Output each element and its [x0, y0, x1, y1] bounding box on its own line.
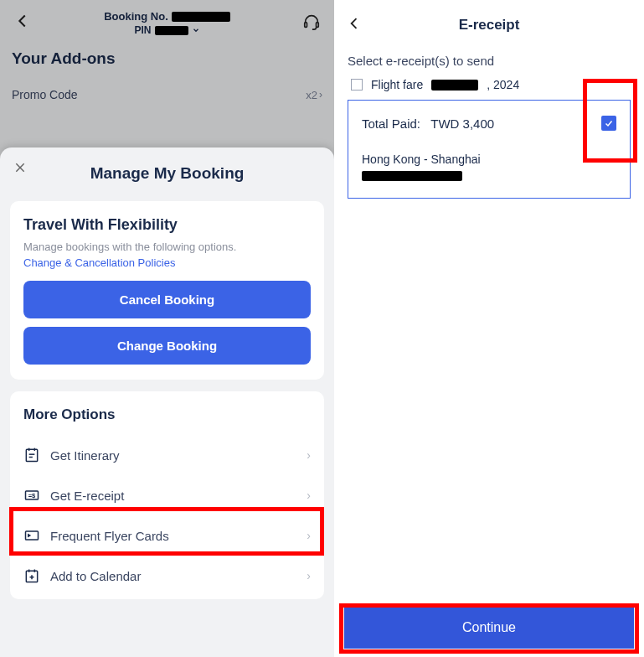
- total-paid-row: Total Paid: TWD 3,400: [362, 116, 616, 131]
- get-e-receipt-row[interactable]: =$ Get E-receipt ›: [23, 475, 311, 515]
- add-calendar-row[interactable]: Add to Calendar ›: [23, 556, 311, 596]
- addons-section: Your Add-ons Promo Code x2 ›: [0, 43, 334, 115]
- policies-link[interactable]: Change & Cancellation Policies: [23, 256, 311, 269]
- total-paid-value: TWD 3,400: [430, 116, 494, 131]
- svg-rect-4: [26, 449, 37, 461]
- svg-text:=$: =$: [28, 492, 36, 499]
- get-itinerary-row[interactable]: Get Itinerary ›: [23, 435, 311, 475]
- frequent-flyer-row[interactable]: Frequent Flyer Cards ›: [23, 515, 311, 556]
- flex-subtitle: Manage bookings with the following optio…: [23, 241, 311, 253]
- back-icon[interactable]: [13, 12, 32, 35]
- left-screenshot: Booking No. PIN Your Add-ons Promo Code …: [0, 0, 334, 657]
- receipt-icon: =$: [23, 487, 40, 504]
- chevron-right-icon: ›: [319, 89, 322, 101]
- select-subtitle: Select e-receipt(s) to send: [334, 47, 644, 78]
- headset-icon[interactable]: [302, 13, 321, 34]
- background-header: Booking No. PIN: [0, 0, 334, 43]
- promo-row[interactable]: Promo Code x2 ›: [12, 68, 322, 115]
- manage-booking-sheet: Manage My Booking Travel With Flexibilit…: [0, 147, 334, 657]
- e-receipt-label: Get E-receipt: [50, 489, 124, 503]
- page-title: E-receipt: [346, 17, 632, 34]
- chevron-right-icon: ›: [307, 529, 311, 542]
- close-icon[interactable]: [13, 161, 27, 178]
- receipt-card: Total Paid: TWD 3,400 Hong Kong - Shangh…: [348, 100, 631, 199]
- booking-no-label: Booking No.: [104, 10, 168, 23]
- calendar-label: Add to Calendar: [50, 569, 141, 583]
- change-booking-button[interactable]: Change Booking: [23, 327, 311, 365]
- continue-wrapper: Continue: [334, 607, 644, 657]
- svg-rect-0: [305, 22, 307, 26]
- addons-title: Your Add-ons: [12, 49, 322, 68]
- continue-button[interactable]: Continue: [344, 607, 634, 649]
- total-paid-label: Total Paid:: [362, 116, 420, 131]
- flight-date-redacted: [431, 80, 478, 91]
- chevron-right-icon: ›: [307, 448, 311, 462]
- more-options-title: More Options: [23, 406, 311, 423]
- chevron-right-icon: ›: [307, 569, 311, 582]
- itinerary-icon: [23, 447, 40, 463]
- promo-qty: x2: [306, 89, 317, 101]
- flight-fare-label: Flight fare: [371, 78, 423, 91]
- flight-fare-year: , 2024: [487, 78, 519, 91]
- booking-no-redacted: [172, 12, 230, 22]
- flexibility-card: Travel With Flexibility Manage bookings …: [10, 201, 324, 380]
- flex-title: Travel With Flexibility: [23, 216, 311, 234]
- card-icon: [23, 527, 40, 544]
- right-header: E-receipt: [334, 0, 644, 47]
- flight-fare-row[interactable]: Flight fare , 2024: [334, 78, 644, 100]
- chevron-down-icon: [192, 26, 200, 34]
- sheet-title: Manage My Booking: [10, 164, 324, 183]
- route-text: Hong Kong - Shanghai: [362, 153, 616, 166]
- more-options-card: More Options Get Itinerary › =$ Get E-re…: [10, 391, 324, 599]
- calendar-icon: [23, 567, 40, 584]
- itinerary-label: Get Itinerary: [50, 448, 120, 463]
- cancel-booking-button[interactable]: Cancel Booking: [23, 281, 311, 318]
- pin-label: PIN: [134, 24, 151, 36]
- ff-cards-label: Frequent Flyer Cards: [50, 529, 169, 543]
- flight-number-redacted: [362, 171, 462, 181]
- booking-info: Booking No. PIN: [32, 10, 302, 36]
- right-screenshot: E-receipt Select e-receipt(s) to send Fl…: [334, 0, 644, 657]
- pin-redacted: [155, 26, 188, 35]
- chevron-right-icon: ›: [307, 489, 311, 502]
- checkbox-checked[interactable]: [601, 116, 616, 131]
- svg-rect-11: [26, 531, 39, 540]
- promo-label: Promo Code: [12, 88, 78, 101]
- svg-rect-1: [317, 22, 319, 26]
- checkbox-empty[interactable]: [351, 79, 363, 91]
